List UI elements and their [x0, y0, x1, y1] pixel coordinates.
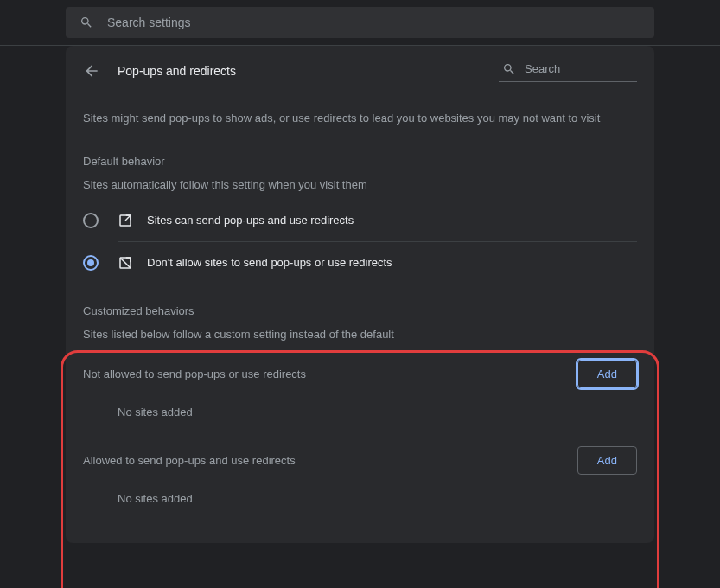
top-search-input[interactable] [107, 16, 640, 29]
intro-text: Sites might send pop-ups to show ads, or… [66, 96, 654, 134]
add-not-allowed-button[interactable]: Add [577, 360, 637, 388]
card-header: Pop-ups and redirects [66, 46, 654, 96]
search-icon [80, 16, 93, 29]
radio-option-allow[interactable]: Sites can send pop-ups and use redirects [83, 200, 637, 241]
default-behavior-heading: Default behavior [66, 134, 654, 171]
radio-label: Sites can send pop-ups and use redirects [147, 214, 354, 227]
search-icon [502, 62, 516, 76]
allowed-empty: No sites added [66, 475, 654, 522]
top-search-container[interactable] [66, 7, 654, 38]
not-allowed-row: Not allowed to send pop-ups or use redir… [66, 349, 654, 388]
top-search-bar [0, 0, 720, 45]
radio-list: Sites can send pop-ups and use redirects… [66, 200, 654, 284]
default-behavior-sub: Sites automatically follow this setting … [66, 171, 654, 200]
radio-button[interactable] [83, 255, 99, 271]
not-allowed-label: Not allowed to send pop-ups or use redir… [83, 368, 306, 380]
header-search-input[interactable] [525, 62, 635, 75]
radio-option-block[interactable]: Don't allow sites to send pop-ups or use… [83, 242, 637, 284]
header-search[interactable] [499, 61, 637, 82]
radio-label: Don't allow sites to send pop-ups or use… [147, 256, 392, 269]
allowed-row: Allowed to send pop-ups and use redirect… [66, 436, 654, 475]
settings-card: Pop-ups and redirects Sites might send p… [66, 46, 654, 543]
back-arrow-icon[interactable] [83, 62, 100, 80]
not-allowed-empty: No sites added [66, 388, 654, 436]
popup-allow-icon [118, 213, 133, 228]
popup-block-icon [118, 255, 133, 271]
add-allowed-button[interactable]: Add [577, 446, 637, 475]
customized-heading: Customized behaviors [66, 284, 654, 321]
radio-button[interactable] [83, 213, 99, 228]
customized-sub: Sites listed below follow a custom setti… [66, 321, 654, 349]
allowed-label: Allowed to send pop-ups and use redirect… [83, 454, 296, 467]
page-title: Pop-ups and redirects [118, 64, 481, 78]
